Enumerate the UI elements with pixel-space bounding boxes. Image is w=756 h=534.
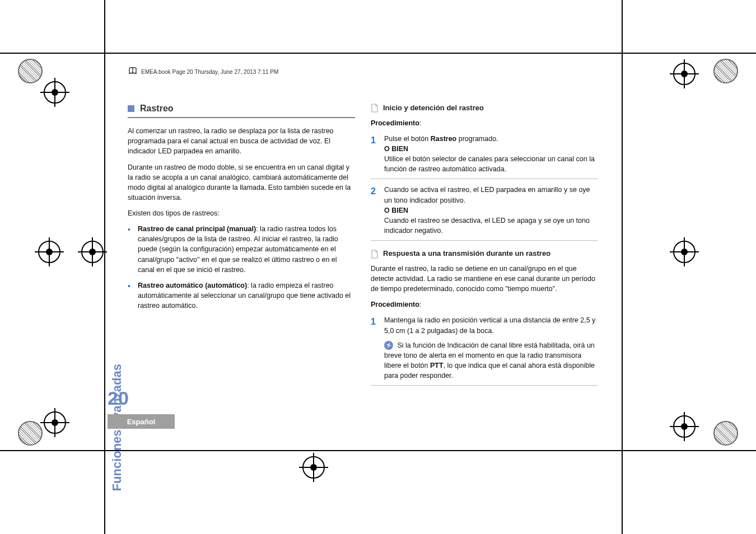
step-item: Cuando se activa el rastreo, el LED parp…	[371, 185, 598, 241]
subsection-title: Inicio y detención del rastreo	[383, 103, 484, 114]
book-icon	[128, 66, 138, 77]
procedure-label: Procedimiento:	[371, 118, 598, 128]
note-bold: PTT	[430, 362, 444, 369]
registration-mark-icon	[673, 63, 696, 85]
procedure-text: Procedimiento	[371, 119, 419, 127]
step-text: Cuando el rastreo se desactiva, el LED s…	[384, 217, 590, 235]
body-paragraph: Existen dos tipos de rastreos:	[128, 208, 355, 218]
content-columns: Rastreo Al comenzar un rastreo, la radio…	[108, 77, 618, 394]
note-block: Si la función de Indicación de canal lib…	[384, 340, 598, 381]
page-area: EMEA.book Page 20 Thursday, June 27, 201…	[108, 56, 618, 448]
list-item-term: Rastreo de canal principal (manual)	[138, 225, 256, 233]
procedure-steps: Mantenga la radio en posición vertical a…	[371, 315, 598, 386]
hatched-circle-icon	[18, 421, 43, 446]
list-item: Rastreo automático (automático): la radi…	[128, 280, 355, 311]
hatched-circle-icon	[18, 59, 43, 83]
body-paragraph: Durante el rastreo, la radio se detiene …	[371, 264, 598, 294]
registration-mark-icon	[44, 81, 66, 104]
body-paragraph: Durante un rastreo de modo doble, si se …	[128, 162, 355, 203]
step-text: Pulse el botón	[384, 135, 431, 143]
header-text: EMEA.book Page 20 Thursday, June 27, 201…	[141, 69, 278, 75]
registration-mark-icon	[673, 241, 696, 263]
registration-mark-icon	[38, 241, 60, 263]
subsection-heading: Inicio y detención del rastreo	[371, 103, 598, 114]
registration-mark-icon	[673, 415, 696, 438]
right-column: Inicio y detención del rastreo Procedimi…	[371, 102, 598, 394]
step-item: Pulse el botón Rastreo programado. O BIE…	[371, 134, 598, 180]
step-text: Cuando se activa el rastreo, el LED parp…	[384, 186, 590, 204]
step-bold: Rastreo	[431, 135, 457, 143]
print-header: EMEA.book Page 20 Thursday, June 27, 201…	[108, 56, 618, 77]
body-paragraph: Al comenzar un rastreo, la radio se desp…	[128, 126, 355, 156]
list-item-term: Rastreo automático (automático)	[138, 282, 247, 289]
section-heading: Rastreo	[128, 102, 355, 118]
step-item: Mantenga la radio en posición vertical a…	[371, 315, 598, 386]
step-text: Mantenga la radio en posición vertical a…	[384, 316, 595, 334]
registration-mark-icon	[44, 411, 66, 434]
left-column: Rastreo Al comenzar un rastreo, la radio…	[128, 102, 355, 394]
subsection-title: Respuesta a una transmisión durante un r…	[383, 249, 550, 259]
file-icon	[371, 104, 379, 113]
file-icon	[371, 250, 379, 259]
or-label: O BIEN	[384, 207, 408, 214]
bullet-list: Rastreo de canal principal (manual): la …	[128, 224, 355, 311]
step-text: Utilice el botón selector de canales par…	[384, 155, 595, 173]
subsection-heading: Respuesta a una transmisión durante un r…	[371, 249, 598, 259]
procedure-label: Procedimiento:	[371, 299, 598, 310]
hatched-circle-icon	[713, 421, 738, 446]
registration-mark-icon	[81, 241, 104, 263]
or-label: O BIEN	[384, 145, 408, 153]
registration-mark-icon	[302, 456, 325, 479]
list-item: Rastreo de canal principal (manual): la …	[128, 224, 355, 275]
section-title-text: Rastreo	[140, 102, 174, 115]
procedure-steps: Pulse el botón Rastreo programado. O BIE…	[371, 134, 598, 241]
language-tab: Español	[108, 414, 175, 429]
step-text: programado.	[456, 135, 498, 143]
note-icon	[384, 341, 393, 350]
page-number: 20	[108, 387, 129, 409]
procedure-text: Procedimiento	[371, 301, 419, 308]
square-bullet-icon	[128, 105, 134, 112]
hatched-circle-icon	[713, 59, 738, 83]
